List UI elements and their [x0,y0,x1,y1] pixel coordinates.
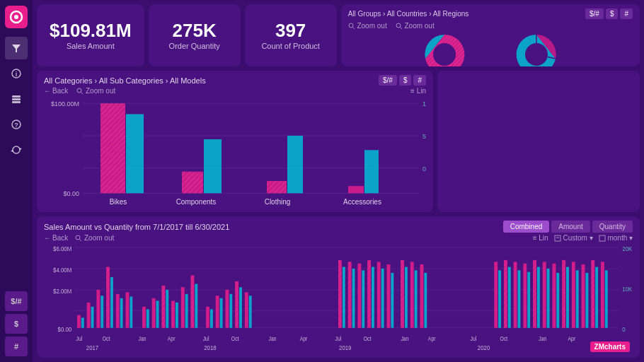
pie-panel-header: All Groups › All Countries › All Regions… [348,8,633,19]
svg-rect-70 [100,296,103,328]
svg-text:Bikes: Bikes [110,198,127,206]
bottom-custom[interactable]: Custom ▾ [554,234,593,242]
svg-rect-76 [126,293,130,328]
svg-point-1 [14,15,18,19]
svg-text:$6.00M: $6.00M [53,245,71,252]
svg-rect-6 [12,98,21,100]
svg-text:$0.00: $0.00 [58,325,72,333]
svg-text:Apr: Apr [568,335,576,342]
bar-btn-dollar-hash[interactable]: $/# [379,75,397,86]
sidebar: i ? $/# $ # [0,0,33,362]
sidebar-btn-dollar[interactable]: $ [5,314,28,334]
svg-rect-94 [216,296,219,328]
pie-btn-dollar-hash[interactable]: $/# [585,8,604,19]
svg-rect-87 [181,288,185,328]
bar-panel: All Categories › All Sub Categories › Al… [37,71,433,212]
sidebar-item-layers[interactable] [5,88,28,110]
middle-row: All Categories › All Sub Categories › Al… [37,71,640,212]
svg-rect-114 [377,262,381,328]
svg-text:$100.00M: $100.00M [51,101,79,108]
sidebar-logo[interactable] [5,6,28,28]
svg-rect-68 [91,307,94,328]
bottom-zoom-button[interactable]: Zoom out [75,234,114,242]
bar-chart-svg: $100.00M $0.00 100K 50K 0 Bikes [44,96,426,208]
combined-btn-combined[interactable]: Combined [503,221,550,233]
svg-text:$0.00: $0.00 [64,191,79,198]
right-panel [437,71,640,212]
svg-rect-142 [562,260,565,328]
svg-rect-73 [110,277,113,328]
bar-btn-dollar[interactable]: $ [399,75,412,86]
svg-line-22 [81,93,84,95]
svg-text:Oct: Oct [364,335,372,342]
top-row: $109.81M Sales Amount 275K Order Quantit… [37,4,640,66]
bar-back-button[interactable]: ← Back [44,87,68,95]
svg-text:Jul: Jul [76,335,83,342]
svg-rect-91 [195,284,197,328]
svg-text:Jan: Jan [268,335,276,342]
svg-text:10K: 10K [622,286,632,293]
svg-rect-119 [401,260,404,328]
svg-marker-2 [12,45,21,52]
bar-breadcrumb: All Categories › All Sub Categories › Al… [44,76,206,85]
bottom-sub-header: ← Back Zoom out ≡ Lin Custom ▾ month ▾ [44,234,633,242]
sidebar-item-help[interactable]: ? [5,113,28,136]
svg-text:$2.00M: $2.00M [53,287,71,295]
svg-text:Jan: Jan [138,335,146,342]
svg-rect-113 [372,267,374,328]
svg-point-21 [77,88,81,93]
svg-rect-121 [410,262,414,328]
sidebar-item-filter[interactable] [5,37,28,59]
zmcharts-logo: ZMcharts [590,341,630,352]
svg-rect-84 [166,290,168,328]
svg-rect-135 [533,260,536,328]
sidebar-item-info[interactable]: i [5,62,28,85]
sidebar-btn-hash[interactable]: # [5,337,28,356]
pie-btn-hash[interactable]: # [620,8,633,19]
svg-text:2017: 2017 [86,344,99,351]
svg-rect-149 [591,260,594,328]
svg-rect-90 [191,276,195,328]
svg-rect-74 [116,294,120,328]
svg-rect-122 [415,271,418,328]
bar-zoom-button[interactable]: Zoom out [76,87,115,95]
bottom-back-button[interactable]: ← Back [44,234,68,242]
svg-point-18 [525,43,548,66]
bottom-lin[interactable]: ≡ Lin [533,234,548,242]
pie-btn-dollar[interactable]: $ [606,8,619,19]
pie-zoom-right[interactable]: Zoom out [396,22,435,30]
bottom-controls: ≡ Lin Custom ▾ month ▾ [533,234,633,242]
svg-rect-130 [514,262,517,328]
bar-lin-button[interactable]: ≡ Lin [410,87,426,95]
svg-rect-97 [229,294,232,328]
svg-rect-140 [556,273,559,328]
svg-rect-136 [537,267,540,328]
svg-text:20K: 20K [622,245,632,252]
pie-chart-right [494,31,579,66]
svg-rect-123 [420,264,424,328]
kpi-label-sales: Sales Amount [67,42,115,50]
bottom-title: Sales Amount vs Quantity from 7/1/2017 t… [44,223,229,231]
svg-rect-125 [494,262,498,328]
pie-zoom-left[interactable]: Zoom out [348,22,387,30]
svg-rect-107 [348,262,352,328]
kpi-card-orders: 275K Order Quantity [149,4,241,66]
svg-text:Apr: Apr [300,335,308,342]
combined-btn-quantity[interactable]: Quantity [592,221,633,233]
svg-text:100K: 100K [422,101,426,108]
sidebar-item-sync[interactable] [5,139,28,161]
svg-text:Oct: Oct [500,335,508,342]
bar-btn-hash[interactable]: # [413,75,426,86]
svg-rect-81 [156,301,159,328]
bottom-header: Sales Amount vs Quantity from 7/1/2017 t… [44,221,633,233]
svg-rect-137 [543,262,546,328]
svg-line-13 [352,28,355,30]
svg-rect-146 [582,264,585,328]
pie-charts-row [348,31,633,66]
svg-text:Jan: Jan [401,335,408,342]
svg-rect-143 [566,267,569,328]
combined-btn-amount[interactable]: Amount [551,221,590,233]
sidebar-btn-dollar-hash[interactable]: $/# [5,291,28,311]
bottom-month[interactable]: month ▾ [599,234,633,242]
sidebar-bottom-buttons: $/# $ # [5,291,28,356]
